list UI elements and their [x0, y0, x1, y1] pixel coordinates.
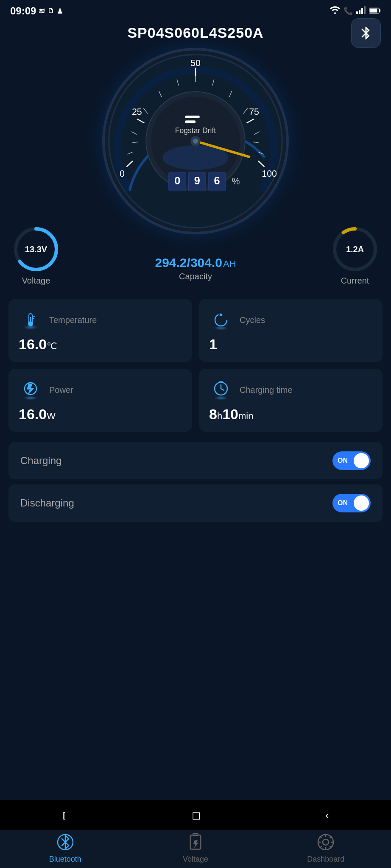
voltage-gauge: 13.3V [13, 226, 59, 273]
nav-item-dashboard[interactable]: Dashboard [261, 832, 391, 864]
svg-rect-6 [370, 9, 377, 13]
bluetooth-button[interactable] [351, 18, 381, 48]
svg-point-63 [214, 396, 228, 400]
svg-point-58 [214, 326, 228, 330]
current-label: Current [341, 276, 369, 286]
nav-dashboard-label: Dashboard [307, 855, 344, 864]
svg-rect-39 [185, 116, 200, 118]
nav-bluetooth-label: Bluetooth [49, 855, 81, 864]
svg-text:6: 6 [214, 175, 220, 186]
signal-bars-icon [356, 6, 366, 17]
voltage-label: Voltage [22, 276, 50, 286]
device-title: SP04S060L4S250A [127, 25, 263, 41]
svg-text:100: 100 [262, 169, 277, 179]
svg-text:0: 0 [174, 175, 180, 186]
capacity-label: Capacity [155, 272, 236, 281]
nav-bluetooth-icon [55, 832, 75, 852]
charging-toggle-state: ON [338, 457, 348, 465]
svg-text:%: % [232, 176, 240, 186]
status-bar: 09:09 ≋ 🗋 ♟ 📞 [0, 0, 391, 20]
svg-text:75: 75 [249, 107, 259, 117]
header: SP04S060L4S250A [0, 20, 391, 48]
discharging-label: Discharging [20, 497, 74, 509]
svg-point-72 [323, 839, 329, 845]
capacity-value: 294.2/304.0AH [155, 256, 236, 270]
status-right: 📞 [330, 6, 381, 17]
gauge-svg: 0 25 50 75 100 Fogstar Drift [105, 50, 286, 232]
temperature-value: 16.0℃ [19, 336, 182, 353]
voltage-metric: 13.3V Voltage [13, 226, 59, 286]
cards-grid: Temperature 16.0℃ [0, 290, 391, 440]
gauge-container: 0 25 50 75 100 Fogstar Drift [94, 52, 297, 230]
power-card-header: Power [19, 378, 182, 402]
cycles-title: Cycles [240, 315, 265, 325]
svg-line-66 [221, 389, 224, 390]
charging-time-header: Charging time [209, 378, 372, 402]
svg-rect-3 [361, 8, 363, 14]
page-icon: 🗋 [47, 7, 54, 15]
svg-point-0 [334, 12, 336, 14]
nav-voltage-icon [185, 832, 206, 852]
cycles-card-header: Cycles [209, 308, 372, 332]
svg-rect-4 [364, 6, 366, 14]
svg-text:0: 0 [120, 169, 125, 179]
phone-icon: 📞 [344, 6, 353, 16]
svg-rect-2 [359, 10, 360, 14]
nav-voltage-label: Voltage [183, 855, 208, 864]
battery-icon [369, 6, 381, 17]
discharging-toggle-row: Discharging ON [8, 484, 383, 522]
svg-rect-7 [379, 9, 380, 12]
discharging-toggle-state: ON [338, 499, 348, 507]
charging-time-card: Charging time 8h10min [199, 369, 383, 432]
power-icon [19, 378, 42, 402]
temperature-title: Temperature [49, 315, 97, 325]
cycles-value: 1 [209, 336, 372, 353]
svg-point-61 [24, 396, 37, 400]
signal-icon: ≋ [39, 6, 45, 16]
nav-item-bluetooth[interactable]: Bluetooth [0, 832, 130, 864]
power-title: Power [49, 385, 73, 395]
charging-time-title: Charging time [240, 385, 293, 395]
capacity-metric: 294.2/304.0AH Capacity [155, 256, 236, 286]
status-time: 09:09 [10, 5, 36, 17]
current-metric: 1.2A Current [332, 226, 378, 286]
voltage-value: 13.3V [25, 245, 47, 254]
current-value: 1.2A [346, 245, 364, 254]
toggle-section: Charging ON Discharging ON [0, 442, 391, 522]
nav-item-voltage[interactable]: Voltage [130, 832, 260, 864]
svg-rect-1 [356, 11, 358, 14]
person-icon: ♟ [57, 7, 63, 15]
wifi-icon [330, 6, 340, 17]
cycle-icon [209, 308, 233, 332]
charging-label: Charging [20, 455, 61, 467]
current-gauge: 1.2A [332, 226, 378, 273]
power-card: Power 16.0W [8, 369, 192, 432]
android-home-btn[interactable]: ◻ [192, 809, 201, 822]
charging-toggle-knob [354, 453, 369, 468]
clock-icon [209, 378, 233, 402]
temperature-card: Temperature 16.0℃ [8, 299, 192, 362]
svg-text:25: 25 [132, 107, 142, 117]
android-nav: ⫿ ◻ ‹ [0, 800, 391, 830]
cycles-card: Cycles 1 [199, 299, 383, 362]
svg-rect-70 [193, 834, 198, 835]
android-back-btn[interactable]: ‹ [325, 809, 329, 822]
power-value: 16.0W [19, 406, 182, 423]
android-menu-btn[interactable]: ⫿ [62, 809, 67, 822]
temperature-card-header: Temperature [19, 308, 182, 332]
svg-text:50: 50 [190, 58, 201, 68]
bluetooth-icon [358, 25, 374, 41]
charging-toggle[interactable]: ON [332, 451, 371, 470]
svg-point-37 [193, 139, 198, 144]
svg-text:Fogstar Drift: Fogstar Drift [175, 126, 216, 135]
gauge-section: 0 25 50 75 100 Fogstar Drift [0, 48, 391, 230]
discharging-toggle[interactable]: ON [332, 494, 371, 512]
status-left: 09:09 ≋ 🗋 ♟ [10, 5, 63, 17]
svg-text:9: 9 [194, 175, 200, 186]
bottom-nav: Bluetooth Voltage [0, 825, 391, 868]
discharging-toggle-knob [354, 495, 369, 511]
svg-point-55 [28, 321, 33, 326]
gauge-dial: 0 25 50 75 100 Fogstar Drift [102, 48, 289, 234]
thermometer-icon [19, 308, 42, 332]
nav-dashboard-icon [316, 832, 336, 852]
